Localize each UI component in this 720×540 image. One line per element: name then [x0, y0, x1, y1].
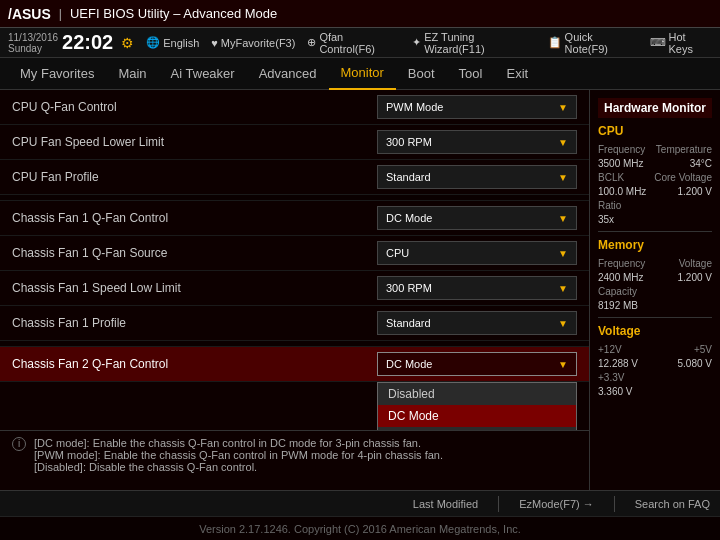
asus-logo: /ASUS: [8, 6, 51, 22]
hw-v33-label-row: +3.3V: [598, 372, 712, 383]
desc-line-3: [Disabled]: Disable the chassis Q-Fan co…: [34, 461, 443, 473]
quick-note-item[interactable]: 📋 Quick Note(F9): [548, 31, 638, 55]
cpu-qfan-control[interactable]: PWM Mode ▼: [377, 95, 577, 119]
day-display: Sunday: [8, 43, 58, 54]
footer-divider-2: [614, 496, 615, 512]
fan-icon: ⊕: [307, 36, 316, 49]
settings-gear-icon[interactable]: ⚙: [121, 35, 134, 51]
cpu-fan-profile-value: Standard: [386, 171, 431, 183]
my-favorite-item[interactable]: ♥ MyFavorite(F3): [211, 37, 295, 49]
hw-mem-cap-value: 8192 MB: [598, 300, 638, 311]
title-separator: |: [59, 7, 62, 21]
nav-ai-tweaker[interactable]: Ai Tweaker: [159, 58, 247, 90]
chassis1-speed-arrow: ▼: [558, 283, 568, 294]
hw-voltage-title: Voltage: [598, 324, 712, 338]
cpu-fan-speed-label: CPU Fan Speed Lower Limit: [12, 135, 377, 149]
info-icon: i: [12, 437, 26, 451]
nav-boot[interactable]: Boot: [396, 58, 447, 90]
language-item[interactable]: 🌐 English: [146, 36, 199, 49]
chassis1-source-row: Chassis Fan 1 Q-Fan Source CPU ▼: [0, 236, 589, 271]
ez-tuning-item[interactable]: ✦ EZ Tuning Wizard(F11): [412, 31, 535, 55]
chassis1-speed-control[interactable]: 300 RPM ▼: [377, 276, 577, 300]
hw-bclk-val-row: 100.0 MHz 1.200 V: [598, 186, 712, 197]
chassis1-source-control[interactable]: CPU ▼: [377, 241, 577, 265]
heart-icon: ♥: [211, 37, 218, 49]
hw-temp-label: Temperature: [656, 144, 712, 155]
hw-cpu-title: CPU: [598, 124, 712, 138]
title-bar: /ASUS | UEFI BIOS Utility – Advanced Mod…: [0, 0, 720, 28]
date-display: 11/13/2016: [8, 32, 58, 43]
nav-bar: My Favorites Main Ai Tweaker Advanced Mo…: [0, 58, 720, 90]
info-bar: 11/13/2016 Sunday 22:02 ⚙ 🌐 English ♥ My…: [0, 28, 720, 58]
chassis2-qfan-value: DC Mode: [386, 358, 432, 370]
settings-area: CPU Q-Fan Control PWM Mode ▼ CPU Fan Spe…: [0, 90, 589, 430]
hotkeys-item[interactable]: ⌨ Hot Keys: [650, 31, 712, 55]
chassis1-profile-control[interactable]: Standard ▼: [377, 311, 577, 335]
nav-tool[interactable]: Tool: [447, 58, 495, 90]
keyboard-icon: ⌨: [650, 36, 666, 49]
nav-monitor[interactable]: Monitor: [329, 58, 396, 90]
nav-exit[interactable]: Exit: [494, 58, 540, 90]
hw-v12-label: +12V: [598, 344, 622, 355]
nav-main[interactable]: Main: [106, 58, 158, 90]
cpu-fan-profile-control[interactable]: Standard ▼: [377, 165, 577, 189]
copyright-bar: Version 2.17.1246. Copyright (C) 2016 Am…: [0, 516, 720, 540]
cpu-qfan-row: CPU Q-Fan Control PWM Mode ▼: [0, 90, 589, 125]
cpu-fan-speed-arrow: ▼: [558, 137, 568, 148]
dropdown-disabled[interactable]: Disabled: [378, 383, 576, 405]
chassis1-speed-value: 300 RPM: [386, 282, 432, 294]
wand-icon: ✦: [412, 36, 421, 49]
dropdown-pwm-mode[interactable]: PWM Mode: [378, 427, 576, 430]
hw-v12-value: 12.288 V: [598, 358, 638, 369]
hw-bclk-label-row: BCLK Core Voltage: [598, 172, 712, 183]
hw-v33-value: 3.360 V: [598, 386, 632, 397]
chassis1-source-label: Chassis Fan 1 Q-Fan Source: [12, 246, 377, 260]
chassis1-speed-row: Chassis Fan 1 Speed Low Limit 300 RPM ▼: [0, 271, 589, 306]
cpu-fan-profile-arrow: ▼: [558, 172, 568, 183]
hw-mem-cap-label-row: Capacity: [598, 286, 712, 297]
hw-cpu-freq-row: Frequency Temperature: [598, 144, 712, 155]
chassis1-source-value: CPU: [386, 247, 409, 259]
cpu-fan-profile-label: CPU Fan Profile: [12, 170, 377, 184]
chassis1-source-arrow: ▼: [558, 248, 568, 259]
chassis2-qfan-arrow: ▼: [558, 359, 568, 370]
cpu-qfan-label: CPU Q-Fan Control: [12, 100, 377, 114]
nav-advanced[interactable]: Advanced: [247, 58, 329, 90]
hw-mem-freq-value: 2400 MHz: [598, 272, 644, 283]
hw-v12-val-row: 12.288 V 5.080 V: [598, 358, 712, 369]
hw-monitor-title: Hardware Monitor: [598, 98, 712, 118]
chassis2-qfan-row: Chassis Fan 2 Q-Fan Control DC Mode ▼: [0, 347, 589, 382]
hw-mem-cap-label: Capacity: [598, 286, 637, 297]
chassis1-qfan-row: Chassis Fan 1 Q-Fan Control DC Mode ▼: [0, 201, 589, 236]
qfan-item[interactable]: ⊕ Qfan Control(F6): [307, 31, 400, 55]
chassis2-dropdown: Disabled DC Mode PWM Mode: [377, 382, 577, 430]
dropdown-dc-mode[interactable]: DC Mode: [378, 405, 576, 427]
chassis1-qfan-arrow: ▼: [558, 213, 568, 224]
hw-freq-value: 3500 MHz: [598, 158, 644, 169]
hw-v12-label-row: +12V +5V: [598, 344, 712, 355]
globe-icon: 🌐: [146, 36, 160, 49]
hw-bclk-label: BCLK: [598, 172, 624, 183]
search-faq-item[interactable]: Search on FAQ: [635, 498, 710, 510]
chassis2-qfan-control[interactable]: DC Mode ▼: [377, 352, 577, 376]
hw-corevolt-value: 1.200 V: [678, 186, 712, 197]
hw-divider-2: [598, 317, 712, 318]
hw-ratio-label-row: Ratio: [598, 200, 712, 211]
desc-line-1: [DC mode]: Enable the chassis Q-Fan cont…: [34, 437, 443, 449]
hw-v5-label: +5V: [694, 344, 712, 355]
hw-v33-label: +3.3V: [598, 372, 624, 383]
chassis1-qfan-control[interactable]: DC Mode ▼: [377, 206, 577, 230]
hw-temp-value: 34°C: [690, 158, 712, 169]
nav-my-favorites[interactable]: My Favorites: [8, 58, 106, 90]
footer-divider-1: [498, 496, 499, 512]
footer-bar: Last Modified EzMode(F7) → Search on FAQ: [0, 490, 720, 516]
cpu-fan-speed-control[interactable]: 300 RPM ▼: [377, 130, 577, 154]
cpu-fan-speed-value: 300 RPM: [386, 136, 432, 148]
hw-bclk-value: 100.0 MHz: [598, 186, 646, 197]
ez-mode-item[interactable]: EzMode(F7) →: [519, 498, 594, 510]
description-area: i [DC mode]: Enable the chassis Q-Fan co…: [0, 430, 589, 490]
last-modified-item[interactable]: Last Modified: [413, 498, 478, 510]
time-display: 22:02: [62, 31, 113, 54]
last-modified-label: Last Modified: [413, 498, 478, 510]
main-content: CPU Q-Fan Control PWM Mode ▼ CPU Fan Spe…: [0, 90, 720, 490]
